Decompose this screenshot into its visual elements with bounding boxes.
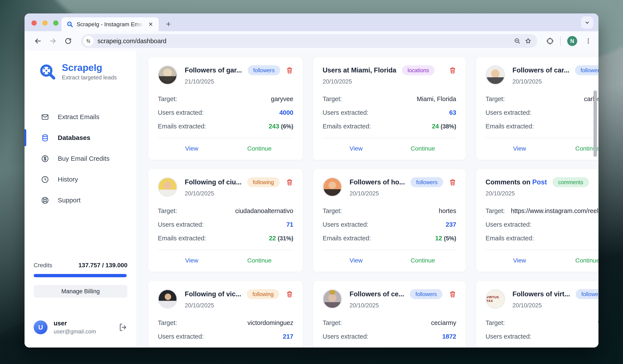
emails-extracted-value: 7 (17%) bbox=[538, 235, 599, 242]
tab-title: ScrapeIg - Instagram Email Ex bbox=[77, 21, 143, 28]
credits-progress-fill bbox=[34, 274, 127, 277]
reload-button[interactable] bbox=[61, 34, 75, 48]
credits-progress-track bbox=[34, 274, 127, 277]
tab-close-icon[interactable]: ✕ bbox=[147, 21, 154, 28]
target-label: Target: bbox=[486, 319, 505, 326]
site-settings-icon[interactable] bbox=[83, 36, 93, 46]
databases-card-grid: Followers of gar... followers 21/10/2025 bbox=[137, 51, 599, 347]
url-text[interactable]: scrapeig.com/dashboard bbox=[97, 38, 510, 45]
target-value: hortes bbox=[346, 207, 456, 214]
sidebar-item-buy-email-credits[interactable]: Buy Email Credits bbox=[24, 148, 136, 169]
target-value: carlos.adams bbox=[509, 95, 599, 103]
users-extracted-value: 237 bbox=[373, 221, 456, 228]
profile-avatar bbox=[158, 65, 177, 85]
scrollbar-thumb[interactable] bbox=[594, 90, 597, 157]
view-link[interactable]: View bbox=[158, 145, 225, 152]
target-value: ciudadanoalternativo bbox=[181, 207, 293, 214]
bookmark-star-icon[interactable] bbox=[525, 38, 532, 44]
tab-search-button[interactable] bbox=[581, 17, 593, 29]
continue-link[interactable]: Continue bbox=[554, 257, 599, 264]
users-extracted-value: 63 bbox=[373, 109, 456, 116]
emails-extracted-label: Emails extracted: bbox=[486, 123, 534, 130]
profile-avatar: VIRTUS TAX bbox=[486, 289, 505, 309]
browser-menu-icon[interactable] bbox=[585, 37, 592, 45]
card-title: Followers of ho... bbox=[350, 178, 405, 186]
delete-button[interactable] bbox=[449, 178, 456, 186]
sidebar-item-databases[interactable]: Databases bbox=[24, 127, 136, 148]
emails-extracted-label: Emails extracted: bbox=[158, 235, 206, 242]
type-badge: followers bbox=[576, 289, 599, 299]
credits-value: 137.757 / 139.000 bbox=[78, 262, 127, 269]
back-button[interactable] bbox=[31, 34, 44, 48]
continue-link[interactable]: Continue bbox=[225, 145, 293, 152]
card-title: Users at Miami, Florida bbox=[323, 66, 396, 74]
delete-button[interactable] bbox=[286, 290, 293, 298]
emails-extracted-value: 243 (6%) bbox=[210, 123, 293, 130]
users-extracted-value: 71 bbox=[208, 221, 293, 228]
view-link[interactable]: View bbox=[323, 257, 389, 264]
minimize-window-button[interactable] bbox=[42, 21, 47, 26]
users-extracted-label: Users extracted: bbox=[486, 221, 531, 228]
target-value: virtustax bbox=[509, 319, 599, 326]
extraction-card: Followers of car... followers 20/10/2025 bbox=[476, 57, 599, 160]
target-label: Target: bbox=[323, 207, 342, 214]
sidebar-item-support[interactable]: Support bbox=[24, 190, 136, 211]
user-name: user bbox=[54, 320, 113, 327]
extraction-card: Following of vic... following 20/10/2025 bbox=[148, 281, 303, 347]
emails-extracted-label: Emails extracted: bbox=[323, 123, 371, 130]
extraction-card: Users at Miami, Florida locations 20/10/… bbox=[313, 57, 466, 160]
card-date: 20/10/2025 bbox=[512, 78, 599, 85]
delete-button[interactable] bbox=[286, 178, 293, 186]
close-window-button[interactable] bbox=[31, 21, 37, 26]
type-badge: locations bbox=[402, 65, 435, 75]
browser-tab-active[interactable]: ScrapeIg - Instagram Email Ex ✕ bbox=[61, 17, 159, 31]
fullscreen-window-button[interactable] bbox=[53, 21, 58, 26]
continue-link[interactable]: Continue bbox=[554, 145, 599, 152]
continue-link[interactable]: Continue bbox=[225, 257, 293, 264]
sidebar-nav: Extract Emails Databases Buy Email Credi… bbox=[24, 107, 136, 211]
continue-link[interactable]: Continue bbox=[389, 145, 456, 152]
users-extracted-value: 1872 bbox=[373, 333, 456, 340]
target-value: garyvee bbox=[181, 95, 293, 103]
emails-extracted-label: Emails extracted: bbox=[323, 235, 371, 242]
envelope-icon bbox=[41, 113, 49, 121]
extraction-card: Comments on Post comments 20/10/2025 Tar… bbox=[476, 169, 599, 272]
view-link[interactable]: View bbox=[158, 257, 225, 264]
emails-extracted-label: Emails extracted: bbox=[158, 123, 206, 130]
users-extracted-value: 41 bbox=[536, 221, 599, 228]
users-extracted-label: Users extracted: bbox=[486, 109, 531, 116]
target-label: Target: bbox=[486, 207, 505, 214]
zoom-out-icon[interactable] bbox=[514, 38, 521, 44]
delete-button[interactable] bbox=[449, 66, 456, 74]
sidebar-item-extract-emails[interactable]: Extract Emails bbox=[24, 107, 136, 127]
view-link[interactable]: View bbox=[323, 145, 389, 152]
forward-button[interactable] bbox=[46, 34, 60, 48]
target-label: Target: bbox=[323, 319, 342, 326]
view-link[interactable]: View bbox=[486, 145, 554, 152]
extraction-card: VIRTUS TAX Followers of virt... follower… bbox=[476, 281, 599, 347]
type-badge: followers bbox=[248, 65, 280, 75]
emails-extracted-value: 9 (4%) bbox=[538, 123, 599, 130]
card-title: Followers of gar... bbox=[185, 66, 242, 74]
url-bar[interactable]: scrapeig.com/dashboard bbox=[81, 34, 537, 48]
continue-link[interactable]: Continue bbox=[389, 257, 456, 264]
card-title: Followers of ce... bbox=[350, 290, 404, 298]
sidebar-item-history[interactable]: History bbox=[24, 169, 136, 190]
browser-profile-avatar[interactable]: N bbox=[567, 36, 577, 46]
sidebar: ScrapeIg Extract targeted leads Extract … bbox=[24, 51, 137, 347]
extensions-icon[interactable] bbox=[546, 37, 554, 45]
new-tab-button[interactable] bbox=[163, 18, 174, 30]
card-title: Following of ciu... bbox=[185, 178, 242, 186]
user-email: user@gmail.com bbox=[54, 328, 113, 335]
view-link[interactable]: View bbox=[486, 257, 554, 264]
post-link[interactable]: Post bbox=[532, 178, 547, 186]
delete-button[interactable] bbox=[449, 290, 456, 298]
card-title: Following of vic... bbox=[185, 290, 241, 298]
type-badge: following bbox=[247, 177, 280, 187]
users-extracted-label: Users extracted: bbox=[323, 333, 368, 340]
delete-button[interactable] bbox=[286, 66, 293, 74]
logout-icon[interactable] bbox=[119, 323, 127, 332]
profile-avatar bbox=[323, 177, 342, 197]
type-badge: followers bbox=[410, 177, 443, 187]
manage-billing-button[interactable]: Manage Billing bbox=[34, 285, 127, 298]
